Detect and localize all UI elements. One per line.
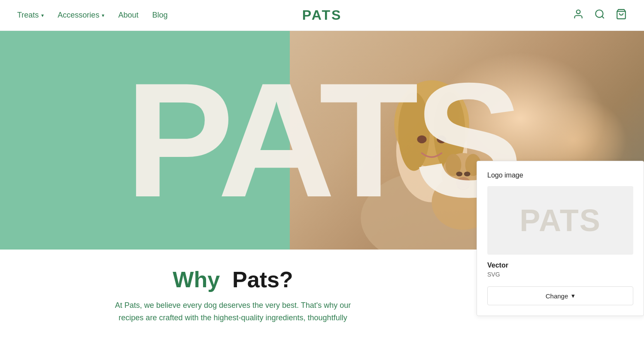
nav-about-label: About: [118, 11, 138, 20]
svg-point-1: [595, 10, 603, 17]
why-bold-text: Pats?: [232, 267, 293, 292]
nav-treats-label: Treats: [17, 11, 39, 20]
logo-panel-title: Logo image: [487, 172, 633, 179]
search-icon[interactable]: [594, 9, 605, 22]
content-section: Why Pats? At Pats, we believe every dog …: [0, 250, 466, 324]
change-button-label: Change: [546, 292, 568, 300]
why-pats-heading: Why Pats?: [0, 267, 466, 292]
chevron-down-icon: ▾: [41, 12, 44, 18]
nav-accessories-label: Accessories: [58, 11, 99, 20]
site-logo[interactable]: PATS: [302, 7, 342, 23]
hero-big-pats-text: PATS: [125, 59, 519, 222]
logo-preview-box: PATS: [487, 186, 633, 255]
why-pats-subtitle: At Pats, we believe every dog deserves t…: [83, 299, 383, 324]
why-colored-text: Why: [173, 267, 220, 292]
svg-point-0: [577, 10, 580, 14]
logo-type-label: Vector: [487, 262, 633, 269]
chevron-down-icon: ▾: [102, 12, 104, 18]
nav-blog-label: Blog: [152, 11, 167, 20]
logo-panel: Logo image PATS Vector SVG Change ▾: [477, 161, 644, 316]
logo-preview-text: PATS: [519, 203, 601, 238]
cart-icon[interactable]: [616, 9, 627, 22]
navbar: Treats ▾ Accessories ▾ About Blog PATS: [0, 0, 644, 31]
nav-blog[interactable]: Blog: [152, 11, 167, 20]
nav-left: Treats ▾ Accessories ▾ About Blog: [17, 11, 167, 20]
nav-treats[interactable]: Treats ▾: [17, 11, 44, 20]
account-icon[interactable]: [573, 9, 584, 22]
chevron-down-icon: ▾: [571, 292, 575, 300]
svg-line-2: [602, 16, 604, 18]
nav-about[interactable]: About: [118, 11, 138, 20]
logo-type-sub: SVG: [487, 271, 633, 278]
change-button[interactable]: Change ▾: [487, 286, 633, 305]
nav-accessories[interactable]: Accessories ▾: [58, 11, 104, 20]
nav-right: [573, 9, 627, 22]
